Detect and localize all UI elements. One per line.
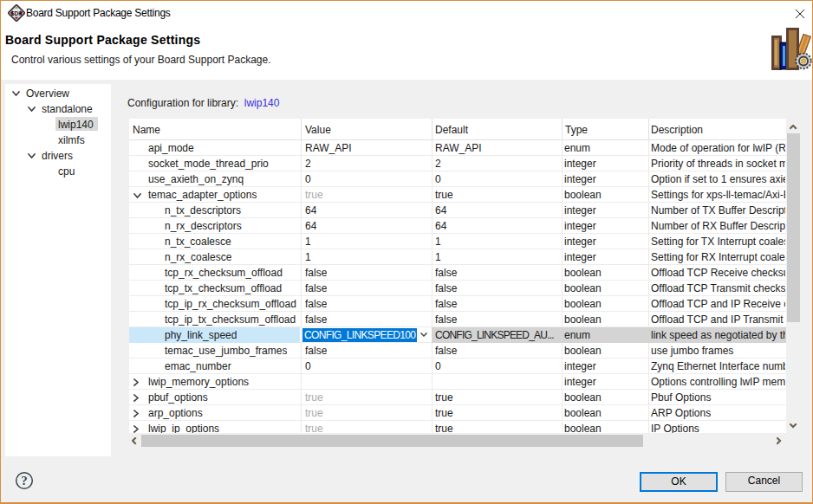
svg-text:?: ? xyxy=(21,474,28,488)
svg-text:SDK: SDK xyxy=(10,10,23,16)
